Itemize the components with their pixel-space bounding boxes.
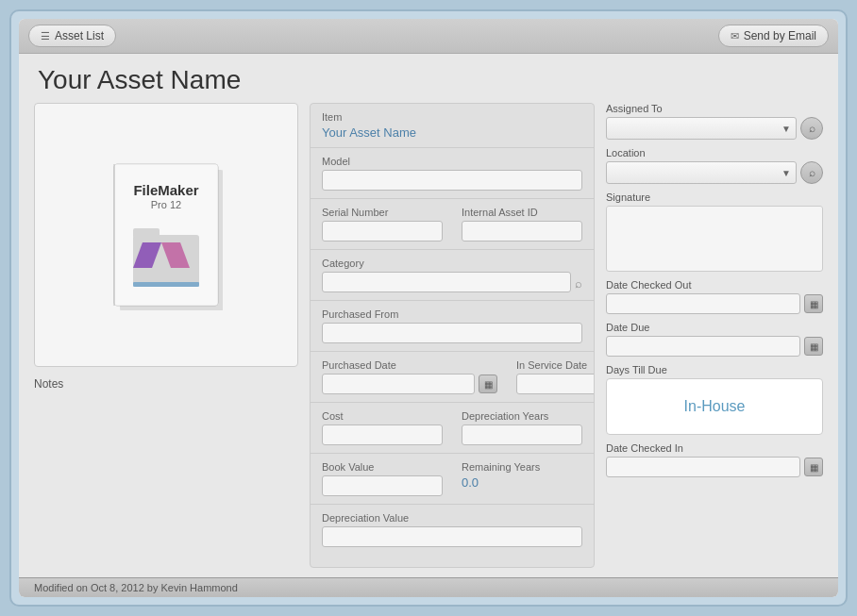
- model-label: Model: [322, 156, 582, 167]
- email-icon: ✉: [731, 30, 739, 42]
- internal-id-col: Internal Asset ID: [462, 207, 582, 241]
- send-email-label: Send by Email: [744, 29, 816, 42]
- serial-row: Serial Number Internal Asset ID: [311, 199, 594, 250]
- purchased-date-calendar-button[interactable]: ▦: [479, 375, 497, 393]
- date-checked-out-label: Date Checked Out: [606, 279, 823, 291]
- assigned-to-select[interactable]: ▼: [606, 117, 797, 140]
- item-value-link[interactable]: Your Asset Name: [322, 125, 582, 140]
- svg-rect-7: [133, 228, 160, 238]
- date-due-input-row: ▦: [606, 336, 823, 357]
- item-row: Item Your Asset Name: [311, 104, 594, 148]
- category-input-area: ⌕: [322, 272, 582, 292]
- calendar-icon-purchased: ▦: [484, 379, 493, 390]
- middle-panel: Item Your Asset Name Model Serial Number…: [310, 103, 595, 568]
- depreciation-value-row: Depreciation Value: [311, 505, 594, 555]
- assigned-to-label: Assigned To: [606, 103, 823, 114]
- date-checked-out-input[interactable]: [606, 293, 800, 314]
- asset-list-label: Asset List: [55, 29, 104, 42]
- assigned-to-group: Assigned To ▼ ⌕: [606, 103, 823, 140]
- item-label: Item: [322, 111, 582, 123]
- purchased-date-input[interactable]: [322, 374, 475, 394]
- cost-input[interactable]: [322, 425, 443, 445]
- toolbar: ☰ Asset List ✉ Send by Email: [19, 19, 838, 54]
- assigned-to-input-row: ▼ ⌕: [606, 117, 823, 140]
- remaining-years-label: Remaining Years: [462, 461, 582, 473]
- purchased-date-label: Purchased Date: [322, 359, 497, 371]
- purchased-from-row: Purchased From: [311, 301, 594, 352]
- depreciation-years-col: Depreciation Years: [462, 410, 582, 445]
- status-bar: Modified on Oct 8, 2012 by Kevin Hammond: [19, 577, 838, 597]
- book-value-row: Book Value Remaining Years 0.0: [311, 454, 594, 505]
- in-service-date-label: In Service Date: [516, 359, 595, 371]
- asset-list-button[interactable]: ☰ Asset List: [28, 25, 116, 47]
- right-panel: Assigned To ▼ ⌕ Location: [606, 103, 823, 577]
- cost-label: Cost: [322, 410, 443, 422]
- notes-label: Notes: [34, 375, 63, 392]
- signature-box[interactable]: [606, 206, 823, 272]
- book-value-input[interactable]: [322, 475, 443, 496]
- signature-group: Signature: [606, 191, 823, 272]
- category-search-icon[interactable]: ⌕: [575, 276, 582, 291]
- svg-text:Pro 12: Pro 12: [151, 199, 181, 210]
- model-input[interactable]: [322, 170, 582, 191]
- depreciation-years-input[interactable]: [462, 425, 582, 445]
- page-title: Your Asset Name: [38, 65, 819, 95]
- inner-container: ☰ Asset List ✉ Send by Email Your Asset …: [19, 19, 838, 597]
- date-checked-in-calendar-button[interactable]: ▦: [804, 458, 823, 476]
- depreciation-value-input[interactable]: [322, 526, 582, 547]
- serial-col: Serial Number: [322, 207, 443, 241]
- assigned-to-dropdown-arrow: ▼: [781, 124, 791, 134]
- in-service-date-input-row: ▦: [516, 374, 595, 394]
- signature-label: Signature: [606, 191, 823, 203]
- date-checked-in-group: Date Checked In ▦: [606, 442, 823, 477]
- date-checked-in-input[interactable]: [606, 457, 800, 477]
- remaining-years-col: Remaining Years 0.0: [462, 461, 582, 496]
- date-due-calendar-button[interactable]: ▦: [804, 337, 823, 356]
- internal-asset-id-input[interactable]: [462, 221, 582, 241]
- location-search-icon: ⌕: [809, 166, 815, 179]
- depreciation-value-label: Depreciation Value: [322, 512, 582, 524]
- dates-row: Purchased Date ▦ In Service Date: [311, 352, 594, 403]
- serial-input[interactable]: [322, 221, 443, 241]
- svg-rect-10: [133, 282, 199, 287]
- location-search-button[interactable]: ⌕: [800, 161, 823, 184]
- depreciation-years-label: Depreciation Years: [462, 410, 582, 422]
- date-due-input[interactable]: [606, 336, 800, 357]
- page-title-area: Your Asset Name: [19, 54, 838, 103]
- date-checked-out-input-row: ▦: [606, 293, 823, 314]
- filemaker-box-image: FileMaker Pro 12: [109, 159, 223, 310]
- location-group: Location ▼ ⌕: [606, 147, 823, 184]
- calendar-icon-due: ▦: [810, 341, 818, 352]
- location-select[interactable]: ▼: [606, 161, 797, 184]
- assigned-to-search-button[interactable]: ⌕: [800, 117, 823, 140]
- date-checked-in-input-row: ▦: [606, 457, 823, 477]
- date-checked-in-label: Date Checked In: [606, 442, 823, 454]
- notes-area: Notes: [34, 375, 298, 391]
- internal-asset-id-label: Internal Asset ID: [462, 207, 582, 218]
- date-due-group: Date Due ▦: [606, 322, 823, 357]
- days-till-due-group: Days Till Due In-House: [606, 364, 823, 435]
- days-till-due-label: Days Till Due: [606, 364, 823, 375]
- category-input[interactable]: [322, 272, 571, 292]
- modified-text: Modified on Oct 8, 2012 by Kevin Hammond: [34, 582, 238, 593]
- date-checked-out-group: Date Checked Out ▦: [606, 279, 823, 314]
- model-row: Model: [311, 148, 594, 199]
- assigned-to-search-icon: ⌕: [809, 122, 815, 135]
- calendar-icon-checked-out: ▦: [810, 299, 818, 309]
- cost-col: Cost: [322, 410, 443, 445]
- left-panel: FileMaker Pro 12 No: [34, 103, 298, 577]
- cost-row: Cost Depreciation Years: [311, 403, 594, 454]
- in-service-date-input[interactable]: [516, 374, 595, 394]
- purchased-date-input-row: ▦: [322, 374, 497, 394]
- category-label: Category: [322, 258, 582, 269]
- purchased-date-col: Purchased Date ▦: [322, 359, 497, 394]
- category-row: Category ⌕: [311, 250, 594, 301]
- svg-text:FileMaker: FileMaker: [133, 182, 198, 198]
- purchased-from-input[interactable]: [322, 323, 582, 343]
- outer-frame: ☰ Asset List ✉ Send by Email Your Asset …: [9, 9, 848, 607]
- book-value-col: Book Value: [322, 461, 443, 496]
- date-due-label: Date Due: [606, 322, 823, 333]
- in-house-label: In-House: [684, 398, 746, 415]
- date-checked-out-calendar-button[interactable]: ▦: [804, 294, 823, 313]
- send-email-button[interactable]: ✉ Send by Email: [718, 25, 829, 47]
